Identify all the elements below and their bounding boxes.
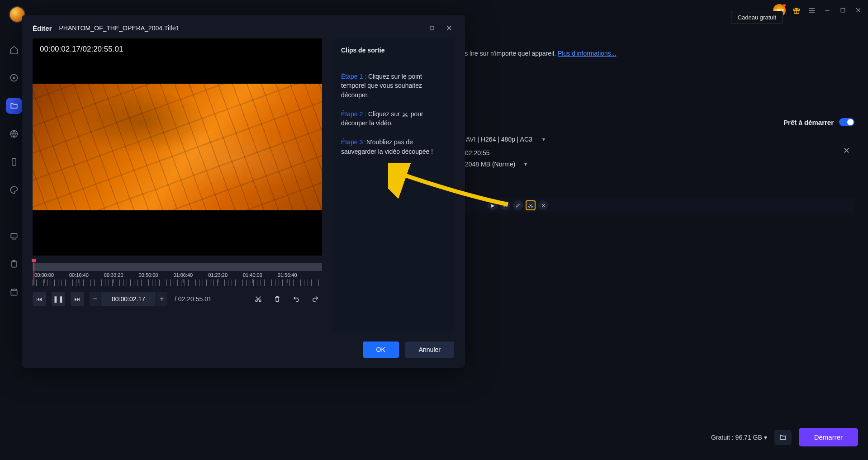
bg-info-text: ur les lire sur n'importe quel appareil.… [452, 50, 617, 57]
size-value: 2048 MB (Norme) [465, 161, 515, 168]
svg-rect-14 [11, 233, 17, 238]
sidebar-palette-icon[interactable] [6, 182, 22, 198]
minimize-icon[interactable] [823, 6, 832, 15]
sidebar-folder-icon[interactable] [6, 98, 22, 114]
free-space-text[interactable]: Gratuit : 96.71 GB ▾ [711, 434, 767, 441]
sidebar-home-icon[interactable] [6, 42, 22, 58]
modal-footer: OK Annuler [33, 341, 454, 358]
ready-label: Prêt à démarrer [783, 119, 834, 126]
prev-frame-button[interactable]: ⏮ [33, 292, 46, 306]
clips-side-panel: Clips de sortie Étape 1 : Cliquez sur le… [332, 38, 454, 332]
gift-tooltip: Cadeau gratuit [731, 11, 783, 24]
duration-value: 02:20:55 [465, 149, 490, 156]
delete-item-icon[interactable]: ✕ [538, 200, 548, 210]
play-pause-button[interactable]: ❚❚ [52, 292, 65, 306]
side-panel-title: Clips de sortie [341, 47, 445, 54]
inline-scissors-icon [402, 111, 409, 118]
modal-close-icon[interactable] [444, 23, 454, 33]
sidebar-disc-icon[interactable] [6, 70, 22, 86]
timeline-track[interactable] [33, 263, 322, 271]
start-button[interactable]: Démarrer [799, 428, 858, 446]
chevron-down-icon: ▾ [524, 161, 527, 167]
timeline[interactable]: 00:00:00 00:16:40 00:33:20 00:50:00 01:0… [33, 263, 322, 288]
tick: 00:00:00 [34, 272, 54, 283]
total-duration-label: / 02:20:55.01 [175, 295, 212, 303]
video-preview[interactable]: 00:00:02.17/02:20:55.01 [33, 38, 322, 256]
delete-clip-icon[interactable] [270, 292, 284, 306]
video-column: 00:00:02.17/02:20:55.01 00:00:00 00:16:4… [33, 38, 322, 332]
svg-point-24 [505, 205, 506, 206]
video-timecode-overlay: 00:00:02.17/02:20:55.01 [40, 45, 123, 54]
edit-pencil-icon[interactable] [513, 200, 523, 210]
step-2: Étape 2 : Cliquez sur pour découper la v… [341, 109, 445, 128]
video-frame-image [33, 84, 322, 210]
modal-title-label: Éditer [33, 24, 52, 32]
svg-point-11 [13, 77, 14, 78]
time-increment-button[interactable]: + [157, 292, 167, 306]
bg-info-partial: ur les lire sur n'importe quel appareil. [452, 50, 558, 57]
timeline-ruler: 00:00:00 00:16:40 00:33:20 00:50:00 01:0… [33, 272, 322, 288]
trim-scissors-icon[interactable] [526, 200, 536, 210]
tick: 01:56:40 [278, 272, 297, 283]
sidebar-globe-icon[interactable] [6, 126, 22, 142]
modal-maximize-icon[interactable] [427, 23, 437, 33]
next-frame-button[interactable]: ⏭ [71, 292, 84, 306]
time-stepper: − + [90, 292, 167, 306]
format-value: AVI | H264 | 480p | AC3 [466, 136, 532, 143]
current-time-input[interactable] [101, 292, 156, 306]
step-3: Étape 3 :N'oubliez pas de sauvegarder la… [341, 138, 445, 156]
step3-label: Étape 3 : [341, 138, 366, 146]
format-row[interactable]: AVI | H264 | 480p | AC3 ▾ [452, 136, 845, 143]
player-controls: ⏮ ❚❚ ⏭ − + / 02:20:55.01 [33, 292, 322, 306]
free-space-value: 96.71 GB [735, 434, 762, 441]
ready-row: Prêt à démarrer [452, 116, 854, 128]
gift-icon[interactable] [792, 6, 801, 15]
svg-rect-7 [841, 8, 845, 12]
tick: 00:16:40 [69, 272, 89, 283]
cut-button-icon[interactable] [251, 292, 265, 306]
svg-rect-13 [12, 159, 16, 166]
svg-rect-18 [11, 290, 17, 295]
remove-item-icon[interactable]: ✕ [843, 146, 850, 156]
tick: 00:33:20 [104, 272, 123, 283]
modal-filename: PHANTOM_OF_THE_OPERA_2004.Title1 [59, 24, 180, 32]
sidebar-queue-icon[interactable] [6, 228, 22, 244]
step2-label: Étape 2 : [341, 110, 366, 118]
maximize-icon[interactable] [838, 6, 847, 15]
free-label: Gratuit : [711, 434, 734, 441]
preview-play-icon[interactable]: ▶ [488, 200, 498, 210]
cancel-button[interactable]: Annuler [405, 341, 454, 358]
footer-right: Gratuit : 96.71 GB ▾ Démarrer [711, 428, 858, 446]
sidebar-archive-icon[interactable] [6, 284, 22, 300]
tick: 01:06:40 [173, 272, 193, 283]
preview-eye-icon[interactable] [500, 200, 510, 210]
menu-icon[interactable] [807, 6, 816, 15]
step-1: Étape 1 : Cliquez sur le point temporel … [341, 72, 445, 100]
item-action-strip: ▾ ▶ ✕ [452, 198, 854, 213]
undo-icon[interactable] [289, 292, 303, 306]
svg-rect-27 [430, 26, 434, 30]
bg-search-input[interactable] [452, 93, 854, 111]
time-decrement-button[interactable]: − [90, 292, 100, 306]
tick: 01:23:20 [208, 272, 228, 283]
more-info-link[interactable]: Plus d'informations... [558, 50, 617, 57]
step1-label: Étape 1 : [341, 73, 366, 80]
modal-header: Éditer PHANTOM_OF_THE_OPERA_2004.Title1 [33, 23, 454, 33]
svg-point-10 [11, 75, 18, 81]
chevron-down-icon: ▾ [542, 136, 545, 142]
ready-toggle[interactable] [839, 118, 854, 126]
close-window-icon[interactable] [854, 6, 863, 15]
edit-modal: Éditer PHANTOM_OF_THE_OPERA_2004.Title1 … [22, 15, 465, 368]
sidebar-device-icon[interactable] [6, 154, 22, 170]
step2-text-a: Cliquez sur [368, 110, 402, 118]
redo-icon[interactable] [308, 292, 322, 306]
tick: 00:50:00 [139, 272, 158, 283]
output-folder-button[interactable] [774, 430, 792, 445]
tick: 01:40:00 [243, 272, 262, 283]
ok-button[interactable]: OK [363, 341, 399, 358]
sidebar-clipboard-icon[interactable] [6, 256, 22, 272]
